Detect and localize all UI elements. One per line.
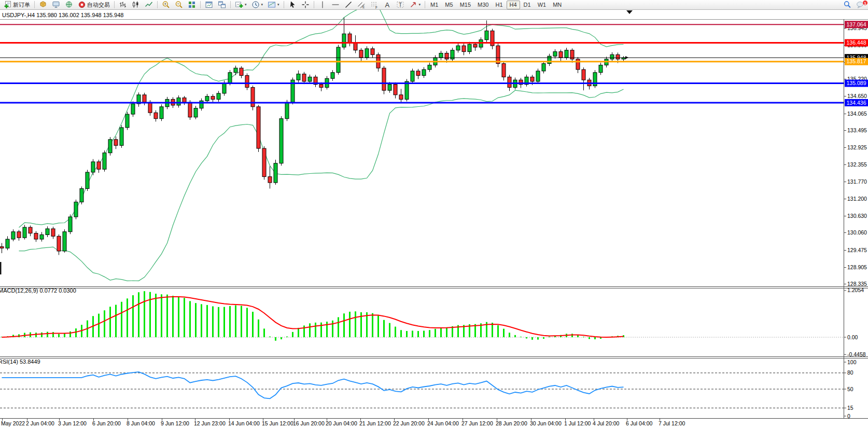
text-label-tool-button[interactable]: T bbox=[394, 1, 407, 9]
macd-histogram-bar bbox=[75, 328, 77, 337]
candle-chart-mode-button[interactable] bbox=[130, 1, 142, 9]
candle bbox=[274, 163, 277, 183]
macd-histogram-bar bbox=[201, 304, 202, 337]
toolbar-separator bbox=[284, 1, 284, 8]
periods-button[interactable]: ▾ bbox=[249, 1, 265, 9]
chart-plus-icon bbox=[235, 1, 243, 9]
candle bbox=[6, 239, 9, 248]
candle bbox=[46, 229, 49, 234]
timeframe-d1-button[interactable]: D1 bbox=[521, 1, 534, 9]
candle bbox=[388, 85, 391, 90]
price-axis-label: 128.905 bbox=[847, 264, 867, 270]
crosshair-tool-button[interactable] bbox=[299, 1, 312, 9]
time-axis-label: 14 Jun 04:00 bbox=[228, 420, 260, 426]
clock-icon bbox=[251, 1, 260, 9]
arrange-charts-button[interactable] bbox=[203, 1, 215, 9]
cascade-charts-button[interactable] bbox=[216, 1, 228, 9]
timeframe-m1-button[interactable]: M1 bbox=[427, 1, 441, 9]
candle bbox=[11, 232, 15, 239]
candle bbox=[485, 31, 488, 39]
market-watch-button[interactable] bbox=[37, 1, 49, 9]
navigator-button[interactable] bbox=[63, 1, 75, 9]
data-window-button[interactable] bbox=[50, 1, 62, 9]
rsi-axis-label: 80 bbox=[847, 369, 853, 376]
candle bbox=[399, 95, 403, 100]
trendline-tool-button[interactable] bbox=[342, 1, 355, 9]
candle bbox=[337, 47, 340, 73]
time-axis-label: 7 Jul 12:00 bbox=[659, 420, 685, 426]
bar-chart-mode-button[interactable] bbox=[117, 1, 129, 9]
channel-tool-button[interactable]: E bbox=[355, 1, 368, 9]
candle bbox=[205, 96, 209, 101]
toolbar-separator bbox=[34, 1, 35, 8]
macd-histogram-bar bbox=[549, 337, 550, 337]
candle bbox=[599, 65, 603, 72]
candle bbox=[0, 246, 4, 248]
candle bbox=[160, 107, 163, 119]
svg-text:136.448: 136.448 bbox=[847, 39, 866, 46]
fibonacci-tool-button[interactable]: F bbox=[368, 1, 381, 9]
candle bbox=[542, 64, 545, 71]
macd-histogram-bar bbox=[320, 323, 322, 337]
macd-histogram-bar bbox=[115, 305, 117, 337]
notifications-button[interactable]: 1 bbox=[854, 1, 866, 9]
new-chart-button[interactable]: ▾ bbox=[233, 1, 249, 9]
candle bbox=[57, 236, 61, 251]
macd-histogram-bar bbox=[246, 308, 248, 337]
candle bbox=[279, 119, 283, 163]
timeframe-m30-button[interactable]: M30 bbox=[474, 1, 492, 9]
macd-histogram-bar bbox=[309, 323, 311, 337]
vertical-line-tool-button[interactable] bbox=[316, 1, 329, 9]
chart-a-icon bbox=[205, 1, 213, 9]
hline-icon bbox=[331, 1, 340, 9]
candle bbox=[200, 101, 203, 108]
cursor-tool-button[interactable] bbox=[286, 1, 299, 9]
macd-histogram-bar bbox=[286, 337, 288, 337]
time-axis-label: 20 Jun 04:00 bbox=[326, 420, 357, 426]
tile-windows-button[interactable] bbox=[186, 1, 198, 9]
new-order-icon bbox=[4, 1, 12, 9]
timeframe-w1-button[interactable]: W1 bbox=[535, 1, 550, 9]
macd-histogram-bar bbox=[189, 301, 191, 337]
arrows-icon bbox=[409, 1, 417, 9]
templates-button[interactable]: ▾ bbox=[265, 1, 282, 9]
timeframe-m15-button[interactable]: M15 bbox=[457, 1, 474, 9]
timeframe-h1-button[interactable]: H1 bbox=[492, 1, 506, 9]
macd-histogram-bar bbox=[292, 332, 293, 337]
candle bbox=[422, 70, 426, 75]
timeframe-m5-button[interactable]: M5 bbox=[442, 1, 456, 9]
candle bbox=[125, 114, 129, 128]
candle bbox=[217, 93, 220, 99]
bars-icon bbox=[119, 1, 127, 9]
arrows-tool-button[interactable]: ▾ bbox=[407, 1, 423, 9]
chart-canvas[interactable]: 136.945136.360135.790135.220134.650134.0… bbox=[0, 9, 868, 428]
time-axis-label: 6 Jun 20:00 bbox=[92, 420, 121, 426]
zoom-in-button[interactable] bbox=[160, 1, 172, 9]
macd-histogram-bar bbox=[520, 337, 522, 337]
candle bbox=[222, 83, 226, 93]
candle bbox=[34, 233, 38, 239]
macd-histogram-bar bbox=[383, 320, 385, 337]
timeframe-mn-button[interactable]: MN bbox=[550, 1, 565, 9]
new-order-button[interactable]: 新订单 bbox=[2, 1, 32, 9]
candle bbox=[245, 76, 249, 88]
svg-text:E: E bbox=[362, 5, 365, 9]
search-button[interactable] bbox=[841, 1, 853, 9]
candle bbox=[154, 113, 158, 118]
candle bbox=[74, 202, 78, 217]
text-tool-button[interactable]: A bbox=[381, 1, 394, 9]
timeframe-h4-button[interactable]: H4 bbox=[507, 1, 520, 9]
zoom-out-button[interactable] bbox=[173, 1, 185, 9]
horizontal-line-tool-button[interactable] bbox=[329, 1, 342, 9]
macd-histogram-bar bbox=[417, 331, 419, 337]
line-chart-mode-button[interactable] bbox=[143, 1, 155, 9]
macd-histogram-bar bbox=[269, 337, 271, 337]
macd-panel: 1.20540.00-0.4458MACD(12,26,9) 0.0772 0.… bbox=[0, 287, 866, 357]
time-axis-label: 22 Jun 20:00 bbox=[393, 420, 425, 426]
time-axis: May 20222 Jun 04:003 Jun 12:006 Jun 20:0… bbox=[1, 418, 685, 426]
rsi-label: RSI(14) 53.8449 bbox=[0, 358, 40, 365]
autotrading-button[interactable]: 自动交易 bbox=[76, 1, 112, 9]
svg-text:135.089: 135.089 bbox=[847, 80, 866, 86]
scroll-to-end-marker[interactable] bbox=[626, 10, 633, 14]
channel-icon: E bbox=[357, 1, 366, 9]
